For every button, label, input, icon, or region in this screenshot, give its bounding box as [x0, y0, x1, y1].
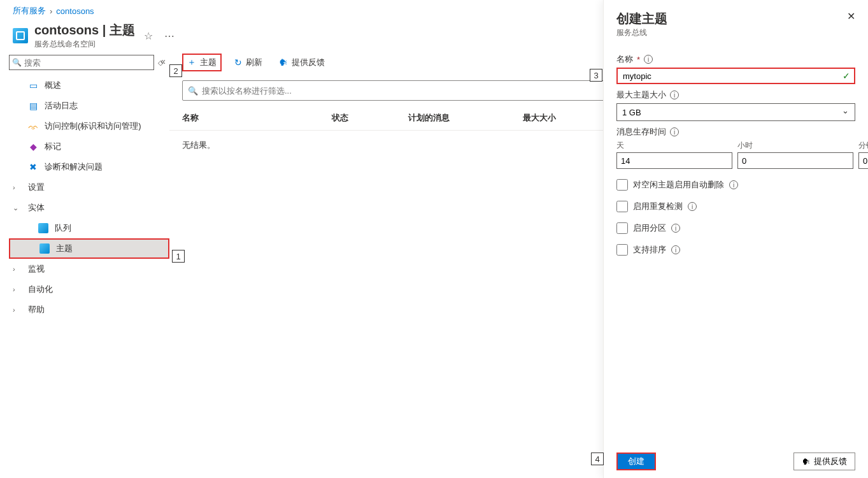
nav-settings[interactable]: › 设置	[9, 177, 169, 198]
diag-icon: ✖	[28, 162, 38, 172]
info-icon[interactable]: i	[670, 127, 679, 136]
max-size-label: 最大主题大小	[616, 89, 666, 101]
ttl-hour-input[interactable]	[737, 152, 853, 169]
partitioning-label: 启用分区	[633, 222, 666, 234]
create-topic-panel: 创建主题 服务总线 ✕ 名称 * i ✓ 最大主题大小 i 1 GB	[603, 0, 868, 478]
plus-icon: ＋	[187, 57, 196, 68]
nav-help[interactable]: › 帮助	[9, 300, 169, 320]
service-bus-icon	[13, 28, 28, 43]
sidebar-search[interactable]: 🔍	[9, 55, 154, 70]
info-icon[interactable]: i	[729, 180, 738, 189]
nav-overview[interactable]: ▭ 概述	[9, 75, 169, 96]
refresh-button[interactable]: ↻ 刷新	[231, 54, 266, 71]
new-topic-label: 主题	[200, 57, 217, 68]
nav-settings-label: 设置	[28, 182, 45, 193]
callout-3: 3	[590, 69, 602, 82]
nav-diag[interactable]: ✖ 诊断和解决问题	[9, 157, 169, 177]
col-name[interactable]: 名称	[182, 112, 332, 124]
ttl-day-input[interactable]	[616, 152, 732, 169]
col-scheduled[interactable]: 计划的消息	[408, 112, 523, 124]
max-size-select[interactable]: 1 GB	[616, 103, 855, 121]
panel-title: 创建主题	[616, 10, 667, 27]
callout-1: 1	[172, 250, 185, 263]
topic-name-input[interactable]	[616, 68, 855, 84]
dup-detect-checkbox[interactable]	[616, 201, 628, 212]
nav-tags-label: 标记	[45, 141, 61, 152]
breadcrumb-all-services[interactable]: 所有服务	[13, 5, 46, 17]
tags-icon: ◆	[28, 141, 38, 152]
ordering-checkbox[interactable]	[616, 244, 628, 256]
nav-activity[interactable]: ▤ 活动日志	[9, 96, 169, 116]
ttl-hour-label: 小时	[737, 140, 853, 151]
nav-iam-label: 访问控制(标识和访问管理)	[45, 120, 141, 132]
nav-entities[interactable]: ⌄ 实体	[9, 198, 169, 218]
nav-monitoring[interactable]: › 监视	[9, 259, 169, 279]
panel-feedback-label: 提供反馈	[814, 456, 847, 467]
sidebar-search-input[interactable]	[22, 58, 151, 68]
panel-subtitle: 服务总线	[616, 27, 667, 38]
more-button[interactable]: ⋯	[162, 27, 177, 45]
auto-delete-label: 对空闲主题启用自动删除	[633, 179, 724, 191]
feedback-label: 提供反馈	[292, 57, 325, 68]
chevron-right-icon: ›	[13, 306, 22, 314]
info-icon[interactable]: i	[671, 224, 680, 233]
page-title: contosons | 主题	[34, 22, 135, 39]
nav-activity-label: 活动日志	[45, 100, 78, 112]
col-status[interactable]: 状态	[332, 112, 408, 124]
overview-icon: ▭	[28, 80, 38, 91]
create-button[interactable]: 创建	[616, 453, 656, 470]
nav-topics-label: 主题	[56, 243, 73, 254]
info-icon[interactable]: i	[644, 55, 653, 64]
breadcrumb-sep: ›	[50, 6, 52, 16]
callout-4: 4	[591, 453, 604, 465]
nav-diag-label: 诊断和解决问题	[45, 161, 103, 173]
nav-tags[interactable]: ◆ 标记	[9, 136, 169, 157]
nav-automation[interactable]: › 自动化	[9, 279, 169, 300]
chevron-right-icon: ›	[13, 265, 22, 273]
nav-topics[interactable]: 主题	[9, 238, 169, 259]
panel-feedback-button[interactable]: 🗣 提供反馈	[793, 453, 855, 470]
ordering-label: 支持排序	[633, 244, 666, 256]
ttl-label: 消息生存时间	[616, 126, 666, 138]
check-icon: ✓	[843, 71, 850, 81]
dup-detect-label: 启用重复检测	[633, 201, 683, 212]
nav-automation-label: 自动化	[28, 284, 53, 295]
auto-delete-checkbox[interactable]	[616, 179, 628, 191]
name-label: 名称	[616, 54, 633, 65]
feedback-button[interactable]: 🗣 提供反馈	[275, 54, 329, 71]
nav-queues[interactable]: 队列	[9, 218, 169, 238]
nav-monitoring-label: 监视	[28, 263, 45, 275]
ttl-minute-label: 分钟	[858, 140, 868, 151]
breadcrumb-namespace[interactable]: contosons	[56, 6, 94, 16]
chevron-down-icon: ⌄	[13, 204, 22, 212]
nav-help-label: 帮助	[28, 304, 45, 315]
nav-entities-label: 实体	[28, 202, 45, 214]
info-icon[interactable]: i	[688, 202, 697, 211]
required-icon: *	[637, 55, 640, 64]
feedback-icon: 🗣	[279, 57, 288, 68]
queue-icon	[38, 223, 48, 233]
activity-icon: ▤	[28, 101, 38, 111]
feedback-icon: 🗣	[802, 457, 810, 467]
favorite-button[interactable]: ☆	[141, 27, 155, 45]
topic-icon	[39, 243, 50, 254]
nav-iam[interactable]: ᨎ 访问控制(标识和访问管理)	[9, 116, 169, 136]
page-subtitle: 服务总线命名空间	[34, 39, 135, 50]
ttl-day-label: 天	[616, 140, 732, 151]
close-panel-button[interactable]: ✕	[847, 10, 855, 22]
new-topic-button[interactable]: ＋ 主题	[182, 54, 222, 71]
chevron-right-icon: ›	[13, 286, 22, 293]
partitioning-checkbox[interactable]	[616, 222, 628, 234]
sidebar: 🔍 ◇ ▭ 概述 ▤ 活动日志 ᨎ 访问控制(标识和访问管理)	[0, 50, 169, 478]
refresh-label: 刷新	[246, 57, 262, 68]
info-icon[interactable]: i	[671, 245, 680, 254]
collapse-sidebar-button[interactable]: «	[158, 56, 168, 66]
col-max-size[interactable]: 最大大小	[523, 112, 599, 124]
info-icon[interactable]: i	[670, 91, 679, 99]
ttl-minute-input[interactable]	[858, 152, 868, 169]
chevron-right-icon: ›	[13, 184, 22, 191]
refresh-icon: ↻	[234, 57, 242, 68]
search-icon: 🔍	[12, 58, 22, 67]
nav-queues-label: 队列	[55, 222, 71, 234]
callout-2: 2	[169, 64, 182, 77]
